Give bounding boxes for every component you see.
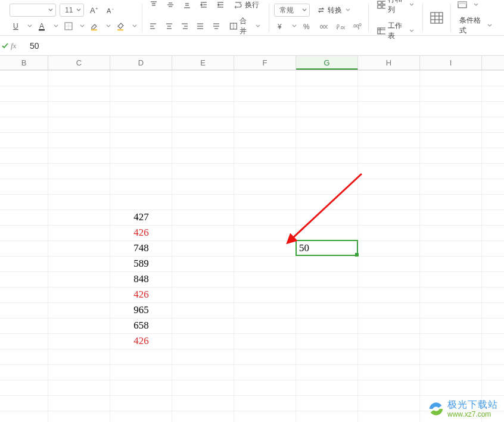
column-header-E[interactable]: E <box>172 56 234 70</box>
decrease-decimal-icon[interactable]: .0.00 <box>334 20 347 32</box>
cell-value[interactable]: 426 <box>110 287 172 302</box>
font-size-value: 11 <box>65 6 73 14</box>
cell-style-dd-icon[interactable] <box>474 2 478 7</box>
convert-label: 转换 <box>328 5 342 15</box>
align-left-icon[interactable] <box>147 20 159 32</box>
cell-value[interactable]: 965 <box>110 302 172 318</box>
conditional-format-button[interactable]: 条件格式 <box>456 14 496 37</box>
align-top-icon[interactable] <box>147 0 160 11</box>
merge-cells-button[interactable]: 合并 <box>226 15 264 37</box>
group-cells: 行和列 工作表 <box>369 4 423 32</box>
svg-text:A: A <box>39 22 44 30</box>
cell-value[interactable]: 426 <box>110 333 172 349</box>
column-header-H[interactable]: H <box>358 56 420 70</box>
convert-button[interactable]: 转换 <box>313 4 354 17</box>
chevron-down-icon <box>256 24 260 29</box>
selected-cell[interactable]: 50 <box>295 240 358 256</box>
cell-value[interactable]: 589 <box>110 256 172 271</box>
svg-text:.0: .0 <box>357 22 362 27</box>
column-header-D[interactable]: D <box>110 56 172 70</box>
percent-icon[interactable]: % <box>300 20 313 32</box>
borders-icon[interactable] <box>62 20 75 32</box>
svg-text:U: U <box>13 22 18 30</box>
formula-input[interactable] <box>25 41 504 51</box>
distributed-icon[interactable] <box>210 20 222 32</box>
currency-icon[interactable]: ¥ <box>274 20 287 32</box>
increase-font-icon[interactable]: A+ <box>88 4 101 16</box>
fx-icon[interactable]: fx <box>11 41 25 51</box>
formula-bar: fx <box>0 36 504 56</box>
svg-rect-65 <box>458 2 466 4</box>
svg-rect-11 <box>117 29 123 31</box>
align-center-icon[interactable] <box>163 20 175 32</box>
underline-dd-icon[interactable] <box>27 24 32 29</box>
borders-dd-icon[interactable] <box>80 24 85 29</box>
column-header-I[interactable]: I <box>420 56 482 70</box>
group-align: 换行 合并 <box>142 4 269 32</box>
fill-handle-icon[interactable] <box>355 253 359 257</box>
cell-value[interactable]: 426 <box>110 225 172 240</box>
highlight-dd-icon[interactable] <box>106 24 111 29</box>
svg-rect-53 <box>382 1 385 4</box>
currency-dd-icon[interactable] <box>292 24 297 29</box>
column-header-G[interactable]: G <box>296 56 358 70</box>
cell-value[interactable]: 427 <box>110 210 172 225</box>
svg-rect-56 <box>378 28 385 34</box>
group-number: 常规 转换 ¥ % 000 .0.00 .00.0 <box>269 4 369 32</box>
fill-dd-icon[interactable] <box>132 24 137 29</box>
number-format-select[interactable]: 常规 <box>274 4 310 17</box>
column-headers: BCDEFGHI <box>0 56 504 70</box>
cell-value[interactable]: 848 <box>110 271 172 287</box>
formula-accept-icon[interactable] <box>0 42 11 50</box>
decrease-font-icon[interactable]: A- <box>104 4 117 16</box>
watermark: 极光下载站 www.xz7.com <box>427 399 498 418</box>
comma-style-icon[interactable]: 000 <box>317 20 330 32</box>
align-right-icon[interactable] <box>179 20 191 32</box>
selected-cell-value: 50 <box>299 242 309 254</box>
rows-cols-button[interactable]: 行和列 <box>374 0 418 16</box>
svg-text:A: A <box>107 7 111 14</box>
font-color-dd-icon[interactable] <box>54 24 58 29</box>
fill-color-icon[interactable] <box>114 20 127 32</box>
svg-text:.00: .00 <box>340 25 345 30</box>
number-format-value: 常规 <box>279 5 294 15</box>
align-middle-icon[interactable] <box>164 0 177 11</box>
chevron-down-icon <box>76 8 81 12</box>
cell-value[interactable]: 748 <box>110 240 172 256</box>
column-header-F[interactable]: F <box>234 56 296 70</box>
rows-cols-label: 行和列 <box>388 0 406 15</box>
chevron-down-icon <box>346 8 350 12</box>
chevron-down-icon <box>409 29 414 33</box>
worksheet-button[interactable]: 工作表 <box>374 20 418 42</box>
highlight-color-icon[interactable] <box>88 20 101 32</box>
decrease-indent-icon[interactable] <box>197 0 210 11</box>
wrap-text-button[interactable]: 换行 <box>231 0 263 11</box>
align-bottom-icon[interactable] <box>181 0 194 11</box>
svg-text:¥: ¥ <box>277 23 282 30</box>
column-header-B[interactable]: B <box>0 56 48 70</box>
svg-rect-10 <box>91 29 97 31</box>
increase-indent-icon[interactable] <box>214 0 227 11</box>
chevron-down-icon <box>409 2 414 7</box>
font-size-select[interactable]: 11 <box>60 4 84 17</box>
svg-rect-54 <box>378 5 381 8</box>
font-name-select[interactable] <box>10 4 56 17</box>
svg-rect-52 <box>378 1 381 4</box>
group-cond-format: 条件格式 <box>451 4 500 32</box>
cell-style-icon[interactable] <box>456 0 469 11</box>
column-header-C[interactable]: C <box>48 56 110 70</box>
increase-decimal-icon[interactable]: .00.0 <box>350 20 363 32</box>
watermark-title: 极光下载站 <box>447 399 498 411</box>
font-color-icon[interactable]: A <box>36 20 49 32</box>
chevron-down-icon <box>487 23 492 28</box>
svg-text:-: - <box>112 6 114 11</box>
grid-hlines <box>0 70 504 422</box>
cell-value[interactable]: 658 <box>110 318 172 333</box>
wrap-label: 换行 <box>245 0 259 10</box>
svg-text:000: 000 <box>320 24 328 30</box>
justify-icon[interactable] <box>194 20 206 32</box>
spreadsheet-grid[interactable]: BCDEFGHI 427426748589848426965658426 50 … <box>0 56 504 422</box>
table-style-icon[interactable] <box>428 6 446 30</box>
underline-icon[interactable]: U <box>10 20 23 32</box>
svg-text:A: A <box>90 6 95 15</box>
